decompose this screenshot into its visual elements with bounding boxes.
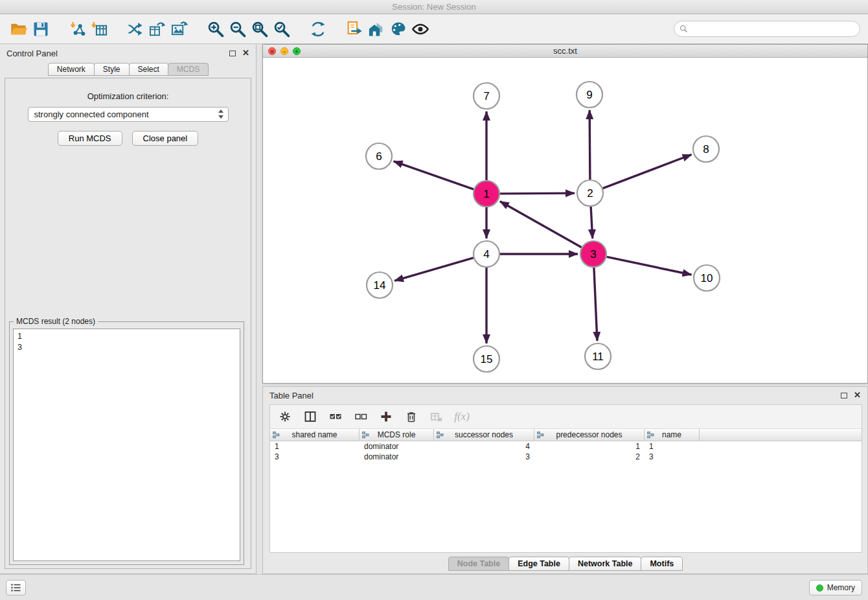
selected-criterion: strongly connected component	[34, 110, 149, 119]
zoom-fit-button[interactable]	[249, 18, 271, 40]
home-button[interactable]	[365, 18, 387, 40]
search-field[interactable]	[674, 21, 860, 37]
float-table-panel-icon[interactable]	[841, 393, 847, 398]
column-header-name[interactable]: name	[645, 429, 700, 441]
zoom-out-icon	[229, 20, 247, 38]
window-titlebar[interactable]: Session: New Session	[0, 0, 868, 14]
delete-table-button[interactable]	[429, 410, 444, 424]
column-header-MCDS-role[interactable]: MCDS role	[360, 429, 434, 441]
tab-style[interactable]: Style	[94, 63, 130, 76]
table-panel: Table Panel ✕	[262, 386, 868, 574]
column-type-icon	[647, 432, 654, 439]
apply-style-button[interactable]	[387, 18, 409, 40]
search-input[interactable]	[691, 25, 854, 34]
column-header-successor-nodes[interactable]: successor nodes	[434, 429, 534, 441]
optimization-criterion-label: Optimization criterion:	[5, 91, 251, 101]
network-window-title: scc.txt	[553, 46, 577, 56]
graph-edge-3-10[interactable]	[607, 257, 692, 275]
graph-edge-2-8[interactable]	[603, 155, 692, 189]
tab-motifs[interactable]: Motifs	[641, 557, 683, 571]
export-network-button[interactable]	[124, 18, 146, 40]
show-panel-list-button[interactable]	[6, 580, 26, 595]
close-window-icon[interactable]: ✕	[268, 47, 276, 55]
zoom-in-button[interactable]	[205, 18, 227, 40]
tab-select[interactable]: Select	[129, 63, 168, 76]
graph-edge-2-3[interactable]	[591, 207, 593, 238]
graph-node-label: 11	[592, 351, 604, 363]
open-session-button[interactable]	[8, 18, 30, 40]
zoom-out-button[interactable]	[227, 18, 249, 40]
show-columns-button[interactable]	[303, 410, 317, 424]
delete-columns-button[interactable]	[404, 410, 418, 424]
column-header-shared-name[interactable]: shared name	[270, 429, 360, 441]
list-icon	[11, 583, 21, 592]
graph-edge-1-6[interactable]	[394, 161, 474, 189]
cell[interactable]: 3	[270, 452, 360, 462]
table-row[interactable]: 1dominator411	[270, 441, 862, 452]
plus-icon	[380, 410, 393, 423]
optimization-criterion-select[interactable]: strongly connected component	[28, 107, 229, 122]
mcds-result-text[interactable]: 1 3	[13, 329, 240, 561]
graph-node-label: 15	[481, 353, 493, 365]
network-window-titlebar[interactable]: ✕ − + scc.txt	[263, 45, 867, 58]
graph-edge-3-1[interactable]	[500, 202, 582, 248]
mcds-result-title: MCDS result (2 nodes)	[14, 317, 98, 326]
import-network-icon	[68, 20, 86, 38]
column-header-predecessor-nodes[interactable]: predecessor nodes	[534, 429, 645, 441]
save-session-button[interactable]	[30, 18, 52, 40]
minimize-window-icon[interactable]: −	[280, 47, 288, 55]
export-table-button[interactable]	[146, 18, 168, 40]
graph-edge-1-2[interactable]	[500, 193, 575, 194]
columns-icon	[304, 410, 317, 423]
graph-node-label: 8	[703, 143, 709, 156]
memory-button[interactable]: Memory	[809, 580, 862, 595]
tab-mcds[interactable]: MCDS	[168, 63, 209, 76]
control-panel-header: Control Panel ✕	[0, 45, 256, 62]
cell[interactable]: dominator	[360, 441, 434, 452]
cell[interactable]: dominator	[360, 452, 434, 462]
refresh-network-button[interactable]	[307, 18, 329, 40]
close-table-panel-icon[interactable]: ✕	[854, 392, 861, 398]
network-from-selection-button[interactable]	[343, 18, 365, 40]
zoom-selected-button[interactable]	[271, 18, 293, 40]
graph-edge-4-14[interactable]	[394, 258, 474, 281]
create-column-button[interactable]	[379, 410, 393, 424]
zoom-in-icon	[207, 20, 225, 38]
import-table-button[interactable]	[88, 18, 110, 40]
unselect-all-columns-button[interactable]	[354, 410, 368, 424]
table-panel-header: Table Panel ✕	[263, 387, 867, 404]
zoom-window-icon[interactable]: +	[293, 47, 301, 55]
cell[interactable]: 2	[534, 452, 645, 462]
tab-network-table[interactable]: Network Table	[569, 557, 642, 571]
network-canvas[interactable]: 7968124314101511	[263, 58, 867, 383]
cell[interactable]: 4	[434, 441, 534, 452]
column-type-icon	[362, 432, 369, 439]
column-type-icon	[273, 432, 280, 439]
import-network-button[interactable]	[66, 18, 88, 40]
window-title: Session: New Session	[392, 2, 475, 12]
tab-network[interactable]: Network	[48, 63, 95, 76]
cell[interactable]: 3	[434, 452, 534, 462]
delete-table-icon	[430, 410, 443, 423]
run-mcds-button[interactable]: Run MCDS	[58, 131, 122, 146]
graph-edge-2-9[interactable]	[589, 110, 590, 179]
table-options-button[interactable]	[278, 410, 292, 424]
tab-node-table[interactable]: Node Table	[448, 557, 509, 571]
show-hide-panel-button[interactable]	[409, 18, 431, 40]
function-builder-button[interactable]: f(x)	[455, 410, 469, 424]
close-panel-button[interactable]: Close panel	[132, 131, 199, 146]
table-row[interactable]: 3dominator323	[270, 452, 862, 462]
table-panel-tabs: Node TableEdge TableNetwork TableMotifs	[263, 557, 867, 571]
float-panel-icon[interactable]	[229, 51, 236, 56]
cell[interactable]: 1	[534, 441, 645, 452]
select-all-columns-button[interactable]	[328, 410, 343, 424]
export-image-button[interactable]	[168, 18, 190, 40]
cell[interactable]: 1	[270, 441, 360, 452]
tab-edge-table[interactable]: Edge Table	[508, 557, 569, 571]
cell[interactable]: 1	[645, 441, 700, 452]
memory-status-icon	[816, 584, 823, 592]
graph-edge-3-11[interactable]	[594, 268, 597, 341]
close-panel-icon[interactable]: ✕	[242, 50, 249, 56]
cell[interactable]: 3	[645, 452, 700, 462]
dropdown-stepper-icon	[218, 110, 224, 120]
